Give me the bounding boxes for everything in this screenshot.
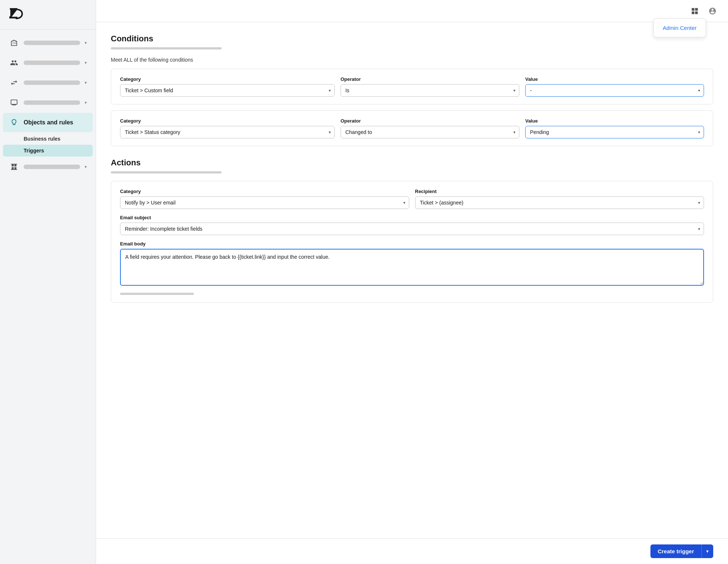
sidebar-item-business-rules[interactable]: Business rules <box>3 133 93 145</box>
sidebar-nav: ▾ ▾ ▾ ▾ <box>0 30 96 564</box>
building-icon <box>9 38 19 48</box>
objects-icon <box>9 117 19 128</box>
topbar: Admin Center <box>96 0 728 22</box>
action-recipient-select[interactable]: Ticket > (assignee) <box>415 196 704 209</box>
logo-area: Z <box>0 0 96 30</box>
sub-navigation: Business rules Triggers <box>3 133 93 157</box>
condition-card-2: Category Ticket > Status category ▾ Oper… <box>111 110 713 146</box>
condition2-category-select[interactable]: Ticket > Status category <box>120 126 335 138</box>
actions-top-row: Category Notify by > User email ▾ Recipi… <box>120 189 704 209</box>
actions-bottom-bar <box>120 293 194 295</box>
sidebar-item-building-label <box>24 41 80 45</box>
chevron-down-icon-2: ▾ <box>85 60 87 65</box>
apps-icon <box>9 162 19 172</box>
email-subject-label: Email subject <box>120 215 704 220</box>
main-area: Admin Center Conditions Meet ALL of the … <box>96 0 728 564</box>
chevron-down-icon-5: ▾ <box>85 164 87 169</box>
sidebar-item-triggers[interactable]: Triggers <box>3 145 93 157</box>
condition2-operator-label: Operator <box>341 118 519 124</box>
grid-icon[interactable] <box>688 4 701 18</box>
action-category-select-wrapper: Notify by > User email ▾ <box>120 196 409 209</box>
condition2-operator-select-wrapper: Changed to ▾ <box>341 126 519 138</box>
action-category-select[interactable]: Notify by > User email <box>120 196 409 209</box>
sidebar-item-apps[interactable]: ▾ <box>3 157 93 176</box>
zendesk-logo: Z <box>7 4 25 25</box>
condition2-operator-select[interactable]: Changed to <box>341 126 519 138</box>
condition1-value-select-wrapper: - ▾ <box>525 84 704 97</box>
condition1-category-label: Category <box>120 76 335 82</box>
sidebar-item-arrows-label <box>24 80 80 85</box>
admin-center-dropdown: Admin Center <box>653 18 706 37</box>
condition-card-1: Category Ticket > Custom field ▾ Operato… <box>111 69 713 104</box>
condition1-operator-label: Operator <box>341 76 519 82</box>
email-subject-select[interactable]: Reminder: Incomplete ticket fields <box>120 223 704 235</box>
sidebar-item-monitor[interactable]: ▾ <box>3 93 93 112</box>
create-trigger-chevron-button[interactable]: ▾ <box>701 544 713 558</box>
monitor-icon <box>9 97 19 108</box>
action-category-group: Category Notify by > User email ▾ <box>120 189 409 209</box>
action-category-label: Category <box>120 189 409 194</box>
sidebar-item-arrows[interactable]: ▾ <box>3 73 93 92</box>
admin-center-link[interactable]: Admin Center <box>657 22 703 34</box>
email-subject-group: Email subject Reminder: Incomplete ticke… <box>120 215 704 235</box>
condition1-category-group: Category Ticket > Custom field ▾ <box>120 76 335 97</box>
arrows-icon <box>9 78 19 88</box>
conditions-subtitle: Meet ALL of the following conditions <box>111 57 713 63</box>
chevron-down-icon: ▾ <box>85 40 87 45</box>
chevron-down-icon-3: ▾ <box>85 80 87 85</box>
sidebar-item-people-label <box>24 61 80 65</box>
condition2-category-select-wrapper: Ticket > Status category ▾ <box>120 126 335 138</box>
condition1-value-group: Value - ▾ <box>525 76 704 97</box>
condition1-operator-group: Operator Is ▾ <box>341 76 519 97</box>
create-trigger-button[interactable]: Create trigger <box>650 544 701 558</box>
condition2-value-group: Value Pending ▾ <box>525 118 704 138</box>
main-content: Conditions Meet ALL of the following con… <box>96 22 728 538</box>
sidebar: Z ▾ ▾ ▾ <box>0 0 96 564</box>
sidebar-item-people[interactable]: ▾ <box>3 53 93 72</box>
sidebar-item-apps-label <box>24 165 80 169</box>
actions-title: Actions <box>111 158 713 168</box>
logo-svg: Z <box>7 4 25 22</box>
people-icon <box>9 58 19 68</box>
conditions-section: Conditions Meet ALL of the following con… <box>111 34 713 146</box>
condition2-value-select[interactable]: Pending <box>525 126 704 138</box>
email-body-group: Email body <box>120 241 704 287</box>
condition1-value-select[interactable]: - <box>525 84 704 97</box>
condition2-value-select-wrapper: Pending ▾ <box>525 126 704 138</box>
condition2-category-group: Category Ticket > Status category ▾ <box>120 118 335 138</box>
condition1-operator-select[interactable]: Is <box>341 84 519 97</box>
condition2-value-label: Value <box>525 118 704 124</box>
action-recipient-label: Recipient <box>415 189 704 194</box>
user-avatar-icon[interactable] <box>706 4 719 18</box>
condition1-value-label: Value <box>525 76 704 82</box>
sidebar-item-building[interactable]: ▾ <box>3 33 93 52</box>
condition1-category-select-wrapper: Ticket > Custom field ▾ <box>120 84 335 97</box>
actions-bar <box>111 171 222 173</box>
sidebar-item-objects-label: Objects and rules <box>24 119 87 126</box>
sidebar-item-objects[interactable]: Objects and rules <box>3 113 93 132</box>
action-recipient-group: Recipient Ticket > (assignee) ▾ <box>415 189 704 209</box>
condition2-operator-group: Operator Changed to ▾ <box>341 118 519 138</box>
email-subject-select-wrapper: Reminder: Incomplete ticket fields ▾ <box>120 223 704 235</box>
condition1-operator-select-wrapper: Is ▾ <box>341 84 519 97</box>
actions-card: Category Notify by > User email ▾ Recipi… <box>111 181 713 303</box>
chevron-down-icon-4: ▾ <box>85 100 87 105</box>
conditions-title: Conditions <box>111 34 713 44</box>
action-recipient-select-wrapper: Ticket > (assignee) ▾ <box>415 196 704 209</box>
footer: Create trigger ▾ <box>96 538 728 564</box>
condition1-category-select[interactable]: Ticket > Custom field <box>120 84 335 97</box>
actions-section: Actions Category Notify by > User email … <box>111 158 713 303</box>
conditions-bar <box>111 47 222 49</box>
email-body-textarea[interactable] <box>120 249 704 286</box>
email-body-label: Email body <box>120 241 704 247</box>
sidebar-item-monitor-label <box>24 100 80 105</box>
condition2-category-label: Category <box>120 118 335 124</box>
